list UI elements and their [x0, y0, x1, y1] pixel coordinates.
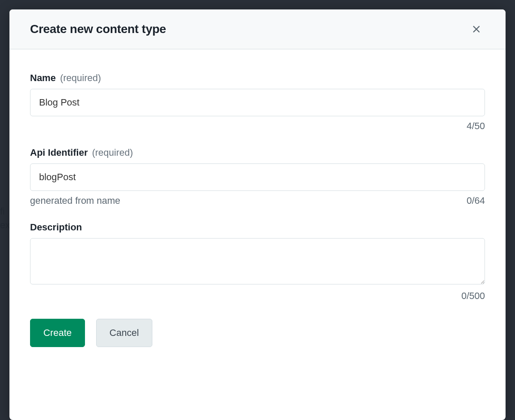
api-identifier-required: (required) [92, 147, 133, 158]
description-counter: 0/500 [461, 290, 485, 302]
name-field-group: Name (required) 4/50 [30, 73, 485, 132]
name-counter-row: 4/50 [30, 121, 485, 132]
description-field-group: Description 0/500 [30, 222, 485, 302]
api-identifier-label: Api Identifier [30, 147, 88, 158]
description-label-row: Description [30, 222, 485, 233]
api-identifier-sub-row: generated from name 0/64 [30, 195, 485, 206]
cancel-button[interactable]: Cancel [96, 319, 152, 347]
close-button[interactable] [468, 21, 485, 38]
description-counter-row: 0/500 [30, 290, 485, 302]
modal-body: Name (required) 4/50 Api Identifier (req… [9, 49, 506, 420]
name-label: Name [30, 73, 56, 84]
api-identifier-input[interactable] [30, 163, 485, 191]
close-icon [472, 24, 481, 34]
create-button[interactable]: Create [30, 319, 85, 347]
api-identifier-counter: 0/64 [467, 195, 485, 206]
description-label: Description [30, 222, 82, 233]
background-text: ex [0, 220, 10, 231]
name-required: (required) [60, 73, 101, 84]
modal-actions: Create Cancel [30, 319, 485, 347]
modal-header: Create new content type [9, 9, 506, 49]
create-content-type-modal: Create new content type Name (required) … [9, 9, 506, 420]
background-text: fi [0, 206, 5, 217]
api-identifier-label-row: Api Identifier (required) [30, 147, 485, 158]
name-counter: 4/50 [467, 121, 485, 132]
api-identifier-field-group: Api Identifier (required) generated from… [30, 147, 485, 206]
api-identifier-helper: generated from name [30, 195, 120, 206]
name-label-row: Name (required) [30, 73, 485, 84]
modal-title: Create new content type [30, 22, 166, 36]
name-input[interactable] [30, 89, 485, 116]
description-input[interactable] [30, 238, 485, 284]
